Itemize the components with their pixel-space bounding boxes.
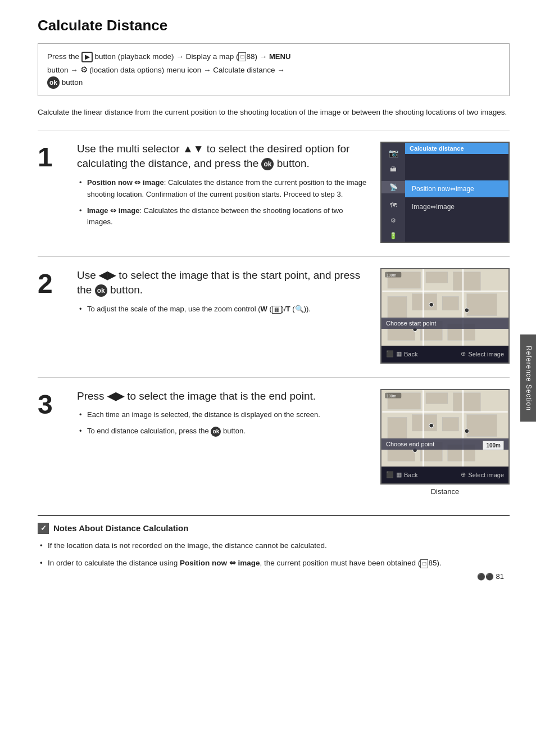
mountain-icon: 🏔 [390, 165, 397, 173]
step-3-bullets: Each time an image is selected, the dist… [77, 409, 369, 437]
svg-rect-26 [442, 417, 458, 431]
svg-point-15 [429, 302, 434, 307]
select-label-step3: Select image [468, 472, 504, 478]
page-number-badge: ⚫⚫ 81 [477, 572, 504, 581]
step-1-bullets: Position now ⇔ image: Calculates the dis… [77, 177, 369, 228]
step-2-map-label: Choose start point [381, 318, 508, 329]
step-2-content: Use ◀▶ to select the image that is the s… [77, 268, 369, 320]
svg-point-35 [429, 423, 434, 428]
svg-rect-23 [453, 393, 481, 412]
back-icon-step2: ⬛ [386, 350, 394, 357]
notes-title: ✓ Notes About Distance Calculation [38, 523, 510, 534]
svg-rect-24 [388, 417, 407, 439]
section-divider-1 [38, 130, 510, 130]
step-1-bullet-1: Position now ⇔ image: Calculates the dis… [77, 177, 369, 201]
ok-icon-step2: ok [95, 284, 107, 297]
battery-icon: 🔋 [389, 232, 397, 239]
ok-button-icon: ok [47, 76, 60, 89]
step-1-heading: Use the multi selector ▲▼ to select the … [77, 142, 369, 171]
map-content-step2: 100m Choose start point [381, 269, 508, 346]
step-1-bullet-2: Image ⇔ image: Calculates the distance b… [77, 205, 369, 229]
s1-right-panel: Calculate distance Position now⇔image Im… [405, 143, 508, 242]
page-number: 81 [496, 572, 504, 581]
map-icon: 🗺 [390, 201, 397, 209]
notes-section: ✓ Notes About Distance Calculation If th… [38, 509, 510, 569]
select-icon-step3: ⊕ [461, 471, 466, 478]
step-3-row: 3 Press ◀▶ to select the image that is t… [38, 389, 510, 496]
select-label-step2: Select image [468, 351, 504, 357]
checkmark-icon: ✓ [38, 523, 49, 534]
note-1: If the location data is not recorded on … [38, 540, 510, 552]
svg-rect-4 [388, 296, 407, 318]
step-1-row: 1 Use the multi selector ▲▼ to select th… [38, 142, 510, 243]
page-footer: ⚫⚫ 81 [477, 572, 504, 581]
map-svg-step2: 100m [381, 269, 508, 346]
step-2-number: 2 [38, 270, 60, 297]
step-3-bottom-bar: ⬛ ▦ Back ⊕ Select image [381, 467, 508, 483]
camera-icon: 📷 [389, 148, 398, 157]
svg-rect-25 [412, 415, 437, 431]
svg-rect-5 [412, 294, 437, 310]
step-2-bottom-bar: ⬛ ▦ Back ⊕ Select image [381, 346, 508, 363]
step-3-screen-container: 100m Choose end point100m ⬛ ▦ Back ⊕ Sel… [380, 389, 510, 496]
step-2-heading: Use ◀▶ to select the image that is the s… [77, 268, 369, 298]
note-2-bold: Position now ⇔ image [180, 559, 260, 567]
notes-title-text: Notes About Distance Calculation [53, 523, 188, 533]
s1-left-sidebar: 📷 🏔 📡 🗺 ⚙ 🔋 [381, 143, 405, 242]
instruction-box: Press the ▶ button (playback mode) → Dis… [38, 43, 510, 96]
map-svg-step3: 100m [381, 390, 508, 467]
ok-icon-step3: ok [211, 427, 221, 437]
description-text: Calculate the linear distance from the c… [38, 106, 510, 119]
step-2-row: 2 Use ◀▶ to select the image that is the… [38, 268, 510, 364]
ok-icon-step1: ok [261, 158, 274, 170]
step-2-screen: 100m Choose start point ⬛ ▦ Back ⊕ Selec… [380, 268, 510, 364]
back-icon-step3: ⬛ [386, 471, 394, 478]
step-3-heading: Press ◀▶ to select the image that is the… [77, 389, 369, 404]
step-1-screen: 📷 🏔 📡 🗺 ⚙ 🔋 Calculate distance Position … [380, 142, 510, 243]
page-ref-85: □ [420, 559, 428, 568]
step-2-bullets: To adjust the scale of the map, use the … [77, 304, 369, 315]
step-1-content: Use the multi selector ▲▼ to select the … [77, 142, 369, 233]
notes-divider [38, 515, 510, 516]
svg-rect-7 [467, 294, 497, 316]
svg-rect-22 [426, 393, 448, 404]
page-ref-88: □ [238, 52, 246, 61]
notes-list: If the location data is not recorded on … [38, 540, 510, 569]
s1-menu-item-position-now: Position now⇔image [405, 180, 508, 197]
distance-badge: 100m [483, 441, 504, 450]
note-2: In order to calculate the distance using… [38, 557, 510, 569]
distance-caption: Distance [431, 487, 460, 496]
term-position-now: Position now ⇔ image [87, 178, 164, 187]
step-3-screen: 100m Choose end point100m ⬛ ▦ Back ⊕ Sel… [380, 389, 510, 485]
select-icon-step2: ⊕ [461, 350, 466, 357]
settings-icon: ⚙ [390, 217, 396, 224]
page-title: Calculate Distance [38, 17, 510, 34]
svg-rect-6 [442, 296, 458, 310]
step-3-bullet-2: To end distance calculation, press the o… [77, 425, 369, 437]
step-3-map-label: Choose end point100m [381, 438, 508, 450]
svg-rect-3 [453, 272, 481, 291]
grid-icon-step2: ▦ [396, 350, 402, 357]
playback-button-icon: ▶ [81, 52, 93, 62]
bullet-dots: ⚫⚫ [477, 573, 494, 581]
grid-icon-step3: ▦ [396, 471, 402, 478]
s1-menu-items: Position now⇔image Image⇔image [405, 154, 508, 242]
step-3-content: Press ◀▶ to select the image that is the… [77, 389, 369, 442]
instruction-text: Press the ▶ button (playback mode) → Dis… [47, 52, 290, 87]
section-divider-2 [38, 256, 510, 257]
grid-icon: ▦ [272, 306, 281, 314]
section-divider-3 [38, 377, 510, 378]
reference-section-tab: Reference Section [520, 334, 536, 422]
svg-rect-2 [426, 272, 448, 283]
signal-icon: 📡 [381, 181, 405, 193]
step-3-bullet-1: Each time an image is selected, the dist… [77, 409, 369, 421]
s1-menu-item-image-image: Image⇔image [405, 198, 508, 215]
back-label-step3: Back [404, 472, 417, 478]
svg-text:100m: 100m [387, 273, 396, 277]
svg-text:100m: 100m [387, 393, 396, 397]
s1-top-bar: Calculate distance [405, 143, 508, 154]
step-2-bullet-1: To adjust the scale of the map, use the … [77, 304, 369, 315]
map-content-step3: 100m Choose end point100m [381, 390, 508, 467]
svg-point-36 [465, 429, 469, 433]
back-label-step2: Back [404, 351, 417, 357]
